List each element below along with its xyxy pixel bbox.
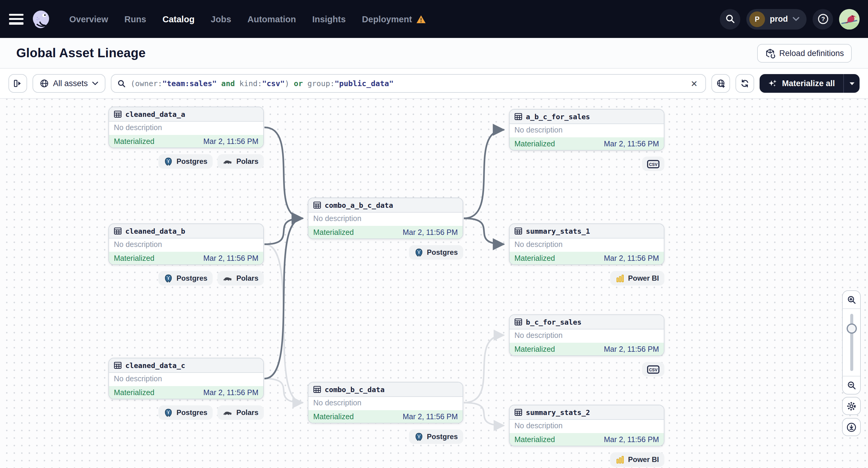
deployment-switcher[interactable]: P prod <box>746 9 807 29</box>
polars-icon <box>223 158 233 165</box>
query-segment: "team:sales" <box>162 79 217 88</box>
kind-tag-csv[interactable]: CSV <box>642 157 664 171</box>
query-segment: ) <box>285 79 293 88</box>
asset-description: No description <box>109 122 263 135</box>
asset-status-row: MaterializedMar 2, 11:56 PM <box>509 343 664 355</box>
asset-tags-row: PostgresPolars <box>108 154 264 169</box>
lineage-edge-cleaned_data_a-to-combo_a_b_c_data <box>265 127 303 218</box>
kind-tag-postgres[interactable]: Postgres <box>158 271 213 285</box>
lineage-edge-cleaned_data_b-to-combo_a_b_c_data <box>265 218 303 244</box>
search-button[interactable] <box>720 9 740 29</box>
asset-node-summary_stats_1[interactable]: summary_stats_1No descriptionMaterialize… <box>509 223 664 265</box>
user-avatar[interactable] <box>839 9 860 29</box>
nav-item-overview[interactable]: Overview <box>69 14 108 24</box>
zoom-in-button[interactable] <box>843 291 860 309</box>
download-image-button[interactable] <box>842 418 861 436</box>
asset-description: No description <box>509 124 664 137</box>
lineage-canvas[interactable]: cleaned_data_aNo descriptionMaterialized… <box>0 99 868 468</box>
sparkle-icon <box>768 79 777 88</box>
asset-description: No description <box>509 239 664 252</box>
zoom-slider-track[interactable] <box>850 314 853 371</box>
reload-definitions-button[interactable]: Reload definitions <box>757 44 852 62</box>
zoom-slider <box>843 309 860 376</box>
nav-item-insights[interactable]: Insights <box>312 14 346 24</box>
asset-node-cleaned_data_c[interactable]: cleaned_data_cNo descriptionMaterialized… <box>108 358 264 399</box>
clear-filter-button[interactable]: ✕ <box>688 78 700 89</box>
dagster-logo[interactable] <box>31 9 51 29</box>
materialization-timestamp[interactable]: Mar 2, 11:56 PM <box>403 412 458 421</box>
asset-status-row: MaterializedMar 2, 11:56 PM <box>308 226 463 239</box>
status-badge: Materialized <box>114 388 155 397</box>
asset-scope-dropdown[interactable]: All assets <box>33 74 105 93</box>
asset-node-cleaned_data_a[interactable]: cleaned_data_aNo descriptionMaterialized… <box>108 106 264 148</box>
zoom-panel <box>842 290 861 395</box>
zoom-slider-thumb[interactable] <box>846 323 857 334</box>
gear-icon <box>846 401 857 411</box>
add-scope-button[interactable] <box>711 74 730 93</box>
materialization-timestamp[interactable]: Mar 2, 11:56 PM <box>604 139 659 148</box>
nav-item-deployment[interactable]: Deployment <box>362 14 426 24</box>
asset-tags-row: CSV <box>509 362 664 376</box>
asset-node-combo_a_b_c_data[interactable]: combo_a_b_c_dataNo descriptionMaterializ… <box>308 197 463 239</box>
status-badge: Materialized <box>515 139 555 148</box>
status-badge: Materialized <box>515 254 555 262</box>
kind-tag-postgres[interactable]: Postgres <box>158 405 213 420</box>
asset-node-header: combo_b_c_data <box>308 382 463 397</box>
asset-tags-row: Postgres <box>308 430 463 444</box>
asset-node-a_b_c_for_sales[interactable]: a_b_c_for_salesNo descriptionMaterialize… <box>509 109 664 151</box>
status-badge: Materialized <box>313 412 354 421</box>
kind-tag-polars[interactable]: Polars <box>218 271 264 285</box>
table-icon <box>515 227 522 235</box>
table-icon <box>114 110 122 118</box>
asset-node-b_c_for_sales[interactable]: b_c_for_salesNo descriptionMaterializedM… <box>509 314 664 356</box>
asset-name: cleaned_data_a <box>125 110 185 118</box>
materialize-all-button[interactable]: Materialize all <box>760 74 843 93</box>
asset-name: summary_stats_1 <box>526 227 590 235</box>
nav-item-automation[interactable]: Automation <box>248 14 296 24</box>
table-icon <box>114 227 122 235</box>
nav-item-runs[interactable]: Runs <box>124 14 146 24</box>
polars-icon <box>223 275 233 282</box>
asset-node-header: b_c_for_sales <box>509 315 664 330</box>
nav-item-catalog[interactable]: Catalog <box>163 14 194 24</box>
nav-item-jobs[interactable]: Jobs <box>211 14 231 24</box>
table-icon <box>515 408 522 416</box>
asset-node-summary_stats_2[interactable]: summary_stats_2No descriptionMaterialize… <box>509 405 664 446</box>
graph-settings-button[interactable] <box>842 397 861 415</box>
asset-node-header: cleaned_data_a <box>109 107 263 122</box>
materialization-timestamp[interactable]: Mar 2, 11:56 PM <box>604 345 659 353</box>
asset-name: cleaned_data_b <box>125 227 185 235</box>
hamburger-icon[interactable] <box>9 13 24 24</box>
powerbi-icon <box>615 274 624 283</box>
materialization-timestamp[interactable]: Mar 2, 11:56 PM <box>604 435 659 444</box>
search-icon <box>118 79 126 88</box>
asset-description: No description <box>308 397 463 410</box>
asset-filter-input[interactable]: (owner:"team:sales" and kind:"csv") or g… <box>111 74 706 93</box>
materialization-timestamp[interactable]: Mar 2, 11:56 PM <box>203 388 258 397</box>
kind-tag-csv[interactable]: CSV <box>642 362 664 376</box>
help-button[interactable]: ? <box>813 9 833 29</box>
kind-tag-polars[interactable]: Polars <box>218 405 264 420</box>
kind-tag-polars[interactable]: Polars <box>218 154 264 169</box>
kind-tag-postgres[interactable]: Postgres <box>409 430 463 444</box>
zoom-out-button[interactable] <box>843 376 860 394</box>
postgres-icon <box>164 157 173 166</box>
materialization-timestamp[interactable]: Mar 2, 11:56 PM <box>203 137 258 146</box>
globe-plus-icon <box>716 79 725 88</box>
refresh-button[interactable] <box>736 74 754 93</box>
asset-node-combo_b_c_data[interactable]: combo_b_c_dataNo descriptionMaterialized… <box>308 382 463 424</box>
asset-tags-row: Postgres <box>308 245 463 259</box>
asset-node-cleaned_data_b[interactable]: cleaned_data_bNo descriptionMaterialized… <box>108 223 264 265</box>
materialize-options-button[interactable] <box>843 74 860 93</box>
lineage-edge-cleaned_data_b-to-combo_b_c_data <box>265 244 303 403</box>
materialization-timestamp[interactable]: Mar 2, 11:56 PM <box>604 254 659 262</box>
download-icon <box>846 422 857 432</box>
kind-tag-postgres[interactable]: Postgres <box>158 154 213 169</box>
open-panel-button[interactable] <box>8 74 27 93</box>
asset-status-row: MaterializedMar 2, 11:56 PM <box>509 137 664 150</box>
materialization-timestamp[interactable]: Mar 2, 11:56 PM <box>203 254 258 262</box>
materialization-timestamp[interactable]: Mar 2, 11:56 PM <box>403 228 458 237</box>
kind-tag-postgres[interactable]: Postgres <box>409 245 463 259</box>
kind-tag-powerbi[interactable]: Power BI <box>610 271 664 285</box>
kind-tag-powerbi[interactable]: Power BI <box>610 453 664 467</box>
